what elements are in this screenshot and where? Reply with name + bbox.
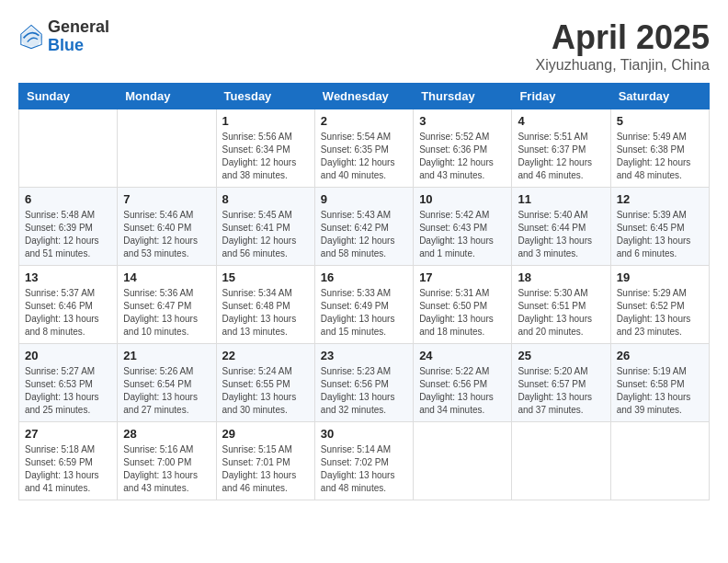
day-number: 4	[518, 114, 604, 128]
logo: General Blue	[18, 18, 109, 55]
page-header: General Blue April 2025 Xiyuzhuang, Tian…	[18, 18, 710, 74]
day-cell: 2Sunrise: 5:54 AM Sunset: 6:35 PM Daylig…	[314, 109, 413, 188]
day-info: Sunrise: 5:45 AM Sunset: 6:41 PM Dayligh…	[222, 209, 309, 260]
day-info: Sunrise: 5:14 AM Sunset: 7:02 PM Dayligh…	[321, 443, 407, 495]
day-info: Sunrise: 5:30 AM Sunset: 6:51 PM Dayligh…	[518, 287, 604, 339]
day-info: Sunrise: 5:54 AM Sunset: 6:35 PM Dayligh…	[321, 131, 407, 182]
day-cell: 12Sunrise: 5:39 AM Sunset: 6:45 PM Dayli…	[610, 188, 709, 266]
weekday-header-wednesday: Wednesday	[314, 84, 413, 109]
day-cell: 6Sunrise: 5:48 AM Sunset: 6:39 PM Daylig…	[19, 188, 118, 266]
day-cell	[118, 109, 216, 188]
day-cell: 29Sunrise: 5:15 AM Sunset: 7:01 PM Dayli…	[216, 422, 314, 500]
day-info: Sunrise: 5:31 AM Sunset: 6:50 PM Dayligh…	[419, 287, 506, 339]
day-cell: 27Sunrise: 5:18 AM Sunset: 6:59 PM Dayli…	[19, 422, 118, 500]
logo-text: General Blue	[48, 18, 109, 55]
day-number: 9	[321, 192, 407, 206]
day-number: 10	[419, 192, 506, 206]
day-number: 19	[617, 270, 703, 284]
day-info: Sunrise: 5:37 AM Sunset: 6:46 PM Dayligh…	[25, 287, 111, 339]
day-number: 2	[321, 114, 407, 128]
location-text: Xiyuzhuang, Tianjin, China	[536, 57, 710, 74]
day-info: Sunrise: 5:49 AM Sunset: 6:38 PM Dayligh…	[617, 131, 703, 182]
logo-blue-text: Blue	[48, 37, 109, 55]
month-year-title: April 2025	[536, 18, 710, 57]
weekday-header-friday: Friday	[512, 84, 610, 109]
day-number: 28	[123, 427, 210, 441]
day-number: 24	[419, 349, 506, 362]
day-info: Sunrise: 5:36 AM Sunset: 6:47 PM Dayligh…	[123, 287, 210, 339]
day-info: Sunrise: 5:16 AM Sunset: 7:00 PM Dayligh…	[123, 443, 210, 495]
day-info: Sunrise: 5:52 AM Sunset: 6:36 PM Dayligh…	[419, 131, 506, 182]
day-number: 29	[222, 427, 309, 441]
weekday-header-tuesday: Tuesday	[216, 84, 314, 109]
day-number: 7	[123, 192, 210, 206]
svg-marker-0	[19, 27, 42, 46]
day-cell: 20Sunrise: 5:27 AM Sunset: 6:53 PM Dayli…	[19, 344, 118, 422]
day-cell: 13Sunrise: 5:37 AM Sunset: 6:46 PM Dayli…	[19, 266, 118, 344]
day-cell: 26Sunrise: 5:19 AM Sunset: 6:58 PM Dayli…	[610, 344, 709, 422]
logo-icon	[18, 24, 44, 50]
day-number: 22	[222, 349, 309, 362]
day-cell: 14Sunrise: 5:36 AM Sunset: 6:47 PM Dayli…	[118, 266, 216, 344]
day-info: Sunrise: 5:33 AM Sunset: 6:49 PM Dayligh…	[321, 287, 407, 339]
day-info: Sunrise: 5:26 AM Sunset: 6:54 PM Dayligh…	[123, 365, 210, 417]
day-cell: 17Sunrise: 5:31 AM Sunset: 6:50 PM Dayli…	[414, 266, 512, 344]
day-number: 1	[222, 114, 309, 128]
day-number: 20	[25, 349, 111, 362]
day-number: 21	[123, 349, 210, 362]
day-cell: 21Sunrise: 5:26 AM Sunset: 6:54 PM Dayli…	[118, 344, 216, 422]
day-cell: 7Sunrise: 5:46 AM Sunset: 6:40 PM Daylig…	[118, 188, 216, 266]
day-info: Sunrise: 5:51 AM Sunset: 6:37 PM Dayligh…	[518, 131, 604, 182]
day-number: 6	[25, 192, 111, 206]
day-cell: 1Sunrise: 5:56 AM Sunset: 6:34 PM Daylig…	[216, 109, 314, 188]
day-info: Sunrise: 5:34 AM Sunset: 6:48 PM Dayligh…	[222, 287, 309, 339]
day-cell: 22Sunrise: 5:24 AM Sunset: 6:55 PM Dayli…	[216, 344, 314, 422]
day-number: 26	[617, 349, 703, 362]
day-number: 8	[222, 192, 309, 206]
day-cell: 4Sunrise: 5:51 AM Sunset: 6:37 PM Daylig…	[512, 109, 610, 188]
day-info: Sunrise: 5:56 AM Sunset: 6:34 PM Dayligh…	[222, 131, 309, 182]
day-number: 17	[419, 270, 506, 284]
day-info: Sunrise: 5:40 AM Sunset: 6:44 PM Dayligh…	[518, 209, 604, 260]
day-cell: 19Sunrise: 5:29 AM Sunset: 6:52 PM Dayli…	[610, 266, 709, 344]
day-number: 13	[25, 270, 111, 284]
week-row-2: 6Sunrise: 5:48 AM Sunset: 6:39 PM Daylig…	[19, 188, 710, 266]
day-cell: 10Sunrise: 5:42 AM Sunset: 6:43 PM Dayli…	[414, 188, 512, 266]
day-info: Sunrise: 5:27 AM Sunset: 6:53 PM Dayligh…	[25, 365, 111, 417]
day-cell: 24Sunrise: 5:22 AM Sunset: 6:56 PM Dayli…	[414, 344, 512, 422]
day-info: Sunrise: 5:42 AM Sunset: 6:43 PM Dayligh…	[419, 209, 506, 260]
weekday-header-sunday: Sunday	[19, 84, 118, 109]
week-row-5: 27Sunrise: 5:18 AM Sunset: 6:59 PM Dayli…	[19, 422, 710, 500]
day-info: Sunrise: 5:15 AM Sunset: 7:01 PM Dayligh…	[222, 443, 309, 495]
week-row-3: 13Sunrise: 5:37 AM Sunset: 6:46 PM Dayli…	[19, 266, 710, 344]
day-cell: 9Sunrise: 5:43 AM Sunset: 6:42 PM Daylig…	[314, 188, 413, 266]
day-cell	[610, 422, 709, 500]
day-cell: 5Sunrise: 5:49 AM Sunset: 6:38 PM Daylig…	[610, 109, 709, 188]
title-block: April 2025 Xiyuzhuang, Tianjin, China	[536, 18, 710, 74]
day-info: Sunrise: 5:18 AM Sunset: 6:59 PM Dayligh…	[25, 443, 111, 495]
day-number: 27	[25, 427, 111, 441]
day-cell: 28Sunrise: 5:16 AM Sunset: 7:00 PM Dayli…	[118, 422, 216, 500]
day-number: 11	[518, 192, 604, 206]
day-info: Sunrise: 5:22 AM Sunset: 6:56 PM Dayligh…	[419, 365, 506, 417]
day-cell: 25Sunrise: 5:20 AM Sunset: 6:57 PM Dayli…	[512, 344, 610, 422]
day-number: 14	[123, 270, 210, 284]
weekday-header-monday: Monday	[118, 84, 216, 109]
day-number: 23	[321, 349, 407, 362]
weekday-header-thursday: Thursday	[414, 84, 512, 109]
day-info: Sunrise: 5:29 AM Sunset: 6:52 PM Dayligh…	[617, 287, 703, 339]
day-number: 12	[617, 192, 703, 206]
day-number: 18	[518, 270, 604, 284]
day-number: 5	[617, 114, 703, 128]
day-cell: 16Sunrise: 5:33 AM Sunset: 6:49 PM Dayli…	[314, 266, 413, 344]
day-number: 25	[518, 349, 604, 362]
day-cell	[414, 422, 512, 500]
day-info: Sunrise: 5:43 AM Sunset: 6:42 PM Dayligh…	[321, 209, 407, 260]
calendar-table: SundayMondayTuesdayWednesdayThursdayFrid…	[18, 83, 710, 500]
day-cell: 11Sunrise: 5:40 AM Sunset: 6:44 PM Dayli…	[512, 188, 610, 266]
day-cell	[19, 109, 118, 188]
day-info: Sunrise: 5:24 AM Sunset: 6:55 PM Dayligh…	[222, 365, 309, 417]
day-cell: 8Sunrise: 5:45 AM Sunset: 6:41 PM Daylig…	[216, 188, 314, 266]
day-cell	[512, 422, 610, 500]
day-number: 16	[321, 270, 407, 284]
